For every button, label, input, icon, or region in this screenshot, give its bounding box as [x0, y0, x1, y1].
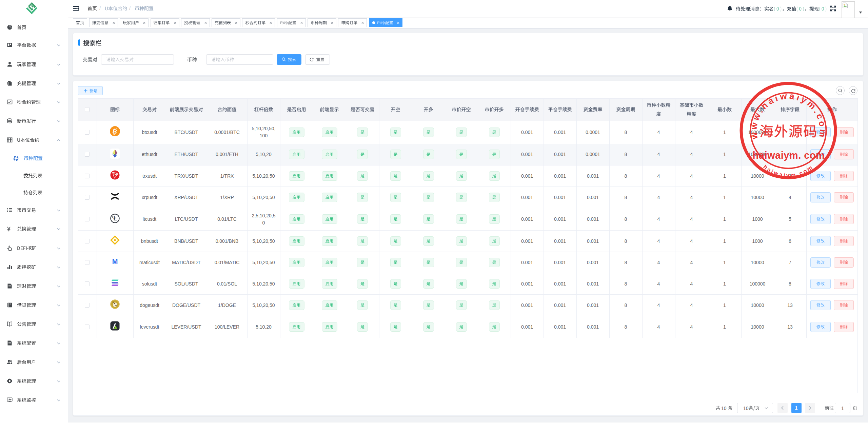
- svg-text:Ł: Ł: [114, 215, 117, 222]
- svg-text:M: M: [112, 258, 118, 265]
